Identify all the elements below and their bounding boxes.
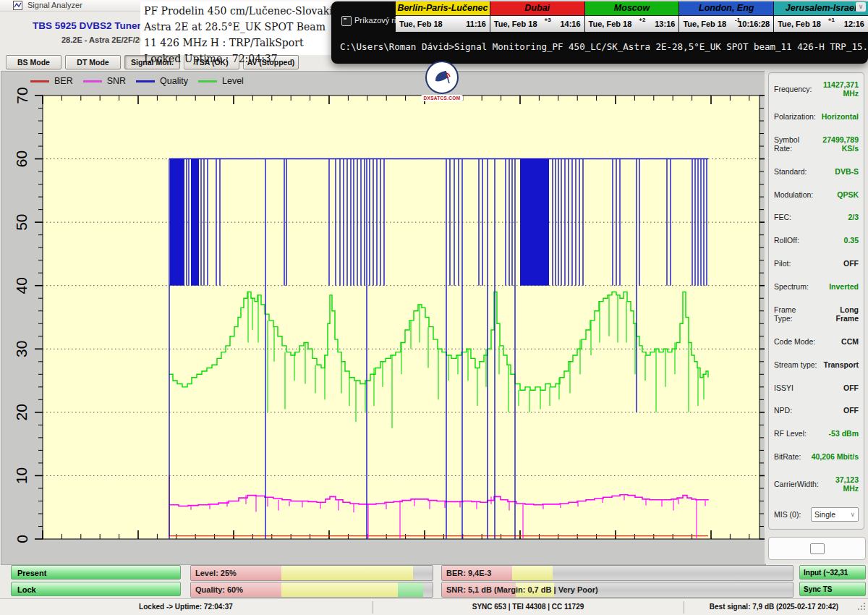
param-value: 11427,371 MHz [812,80,859,98]
mis-dropdown[interactable]: Single ∨ [811,507,859,522]
status-best-signal: Best signal: 7,9 dB (2025-02-17 20:42) [710,603,838,611]
param-label: Modulation: [774,190,813,199]
lock-indicator[interactable]: Lock [11,582,181,596]
clock-berlin-paris-lucenec: Berlin-Paris-Lučenec Tue, Feb 1811:16 [396,1,490,32]
param-value: CCM [841,337,859,346]
param-value: 0.35 [844,236,859,245]
param-label: ISSYI [774,383,793,392]
param-row: Modulation:QPSK [774,190,859,199]
clock-utc-offset: +2 [639,17,645,23]
param-label: Symbol Rate: [774,135,812,153]
legend-item-level: Level [198,76,244,86]
snr-bar-text: SNR: 5,1 dB (Margin: 0,7 dB | Very Poor) [446,582,598,597]
level-bar-segment [281,566,413,580]
chevron-down-icon: ∨ [850,511,855,518]
input-bitrate-indicator[interactable]: Input (~32,31 Mbps) [799,565,866,580]
param-value: DVB-S [835,167,859,176]
status-uptime: Locked -> Uptime: 72:04:37 [139,603,233,611]
clock-date: Tue, Feb 18 [399,20,443,28]
caption-overlay: PF Prodelin 450 cm/Lučenec-Slovakia Astr… [144,3,339,67]
clock-time: 13:16 [655,20,675,28]
resize-grip[interactable] [858,603,866,611]
tab-dt-mode[interactable]: DT Mode [65,55,121,69]
clock-time: 14:16 [560,20,580,28]
status-separator [684,601,684,614]
chevron-down-icon[interactable]: ∨ [856,2,866,12]
dxsatcs-logo: DXSATCS.COM [421,61,463,101]
clock-city-label: Moscow [585,1,679,16]
clock-time: 10:16:28 [738,20,770,28]
present-indicator[interactable]: Present [11,565,181,580]
svg-text:60: 60 [14,150,30,167]
param-row: Frame Type:Long Frame [774,305,859,323]
param-row: Symbol Rate:27499,789 KS/s [774,135,859,153]
clock-date: Tue, Feb 18 [494,20,537,28]
clock-city-label: Dubai [490,1,584,16]
log-button[interactable] [768,537,866,560]
param-value: QPSK [837,190,859,199]
terminal-title[interactable]: Príkazový ria [354,16,401,25]
window-title: Signal Analyzer [27,1,82,9]
snr-bar: SNR: 5,1 dB (Margin: 0,7 dB | Very Poor) [441,582,793,598]
clock-jerusalem: Jerusalem-Israel Tue, Feb 1812:16 +1 [773,1,868,32]
terminal-icon [341,16,352,26]
signal-analyzer-window: Signal Analyzer TBS 5925 DVBS2 Tuner 28.… [0,0,868,615]
legend-label-quality: Quality [160,76,188,86]
clock-utc-offset: +3 [544,17,550,23]
legend-item-quality: Quality [136,76,188,86]
param-label: Standard: [774,167,807,176]
caption-line-2: Astra 2E at 28.5°E_UK SPOT Beam [144,19,339,35]
ber-bar-text: BER: 9,4E-3 [446,566,491,580]
param-row: Polarization:Horizontal [774,112,859,121]
clock-city-label: London, Eng [679,1,773,16]
svg-text:70: 70 [14,87,30,103]
legend-label-level: Level [222,76,244,86]
param-value: 2/3 [848,213,859,221]
snr-legend-line [83,80,102,82]
param-label: Spectrum: [774,282,809,291]
status-sync-counters: SYNC 653 | TEI 44308 | CC 11729 [472,603,584,611]
chart-legend: BER SNR Quality Level [30,76,244,86]
quality-legend-line [136,80,155,82]
param-value: OFF [843,383,859,392]
legend-label-ber: BER [54,76,73,86]
signal-chart: 010203040506070 [1,72,765,564]
param-value: -53 dBm [829,429,859,438]
mis-row: MIS (0): Single ∨ [774,507,859,522]
param-row: Code Mode:CCM [774,337,859,346]
param-value: Inverted [829,282,859,291]
param-row: FEC:2/3 [774,213,859,221]
ber-bar: BER: 9,4E-3 [441,565,793,581]
param-value: Transport [824,360,859,369]
param-row: Spectrum:Inverted [774,282,859,291]
param-row: Frequency:11427,371 MHz [774,80,859,98]
status-bar: Locked -> Uptime: 72:04:37 SYNC 653 | TE… [0,598,868,615]
param-label: FEC: [774,213,791,221]
caption-line-4: Locked Uptime : 72:04:37 [144,51,339,67]
param-row: ISSYIOFF [774,383,859,392]
param-label: Polarization: [774,112,816,121]
param-row: NPD:OFF [774,406,859,415]
level-bar-text: Level: 25% [195,566,237,580]
svg-text:50: 50 [14,213,30,230]
clock-utc-offset: +1 [828,17,835,23]
list-icon [810,543,825,554]
satellite-dish-icon [425,61,459,94]
param-label: RF Level: [774,429,807,438]
status-separator [373,601,373,614]
param-row: RollOff:0.35 [774,236,859,245]
svg-text:40: 40 [14,277,30,294]
clock-time: 11:16 [466,20,486,28]
legend-item-ber: BER [30,76,73,86]
ber-bar-segment [512,566,553,580]
ber-legend-line [30,80,49,82]
terminal-command-line[interactable]: C:\Users\Roman Dávid>Signal Monitoring_P… [340,41,868,52]
svg-text:0: 0 [14,535,30,543]
clock-utc-offset: -1 [735,17,740,23]
param-label: NPD: [774,406,792,415]
param-value: 37,123 MHz [819,475,859,493]
tab-bs-mode[interactable]: BS Mode [6,55,61,69]
sync-ts-indicator[interactable]: Sync TS [799,582,866,596]
param-label: Pilot: [774,259,791,268]
param-label: Code Mode: [774,337,815,346]
